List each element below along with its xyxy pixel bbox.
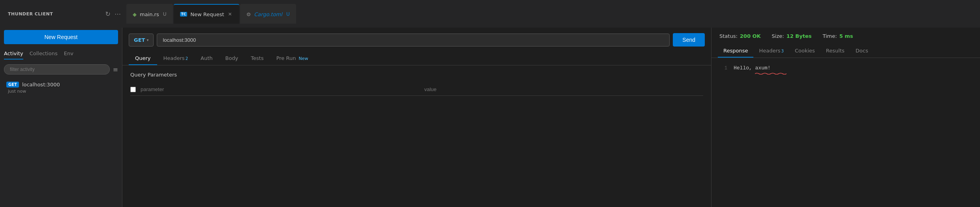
app-title: THUNDER CLIENT [8,11,53,17]
method-selector[interactable]: GET ▾ [129,34,154,47]
refresh-icon[interactable]: ↻ [105,10,111,18]
new-request-button[interactable]: New Request [4,30,118,44]
size-label: Size: [772,33,784,39]
param-row [130,83,703,96]
tab-modified-main-rs: U [163,11,167,17]
url-input[interactable] [157,34,670,47]
req-tab-headers[interactable]: Headers2 [157,52,194,65]
resp-tab-results[interactable]: Results [820,45,850,58]
size-value: 12 Bytes [787,33,812,39]
param-value-input[interactable] [424,86,704,92]
response-text: Hello, axum! [734,64,771,73]
query-section: Query Parameters [122,65,711,102]
method-label: GET [134,37,145,43]
tab-bar: THUNDER CLIENT ↻ ⋯ ◆ main.rs U TC New Re… [0,0,980,28]
param-checkbox[interactable] [130,87,136,92]
sidebar-tab-collections[interactable]: Collections [30,48,58,60]
activity-item-header: GET localhost:3000 [6,82,116,88]
time-value: 5 ms [839,33,853,39]
tab-main-rs[interactable]: ◆ main.rs U [126,4,173,24]
tab-icon-new-request: TC [180,12,188,17]
response-panel: Status: 200 OK Size: 12 Bytes Time: 5 ms… [712,28,980,207]
time-label: Time: [822,33,837,39]
tab-cargo-toml[interactable]: ⚙ Cargo.toml U [240,4,296,24]
tab-close-new-request[interactable]: ✕ [227,11,233,18]
tab-label-main-rs: main.rs [140,11,159,17]
sidebar-nav: Activity Collections Env [0,48,122,60]
filter-area: ≡ [0,61,122,78]
status-label: Status: [719,33,738,39]
activity-time: just now [6,89,116,94]
response-line: 1 Hello, axum! [719,64,972,73]
resp-tab-docs[interactable]: Docs [850,45,874,58]
filter-input-wrapper [4,64,110,75]
tab-icon-main-rs: ◆ [133,11,137,17]
method-badge: GET [6,82,19,88]
status-value: 200 OK [740,33,761,39]
resp-tab-response[interactable]: Response [718,45,753,58]
chevron-down-icon: ▾ [146,38,148,42]
tab-icon-cargo-toml: ⚙ [246,11,251,17]
req-tab-prerun[interactable]: Pre Run New [270,52,315,65]
main-layout: New Request Activity Collections Env ≡ G… [0,28,980,207]
tab-label-cargo-toml: Cargo.toml [254,11,282,17]
activity-item[interactable]: GET localhost:3000 just now [2,78,120,97]
resp-tab-cookies[interactable]: Cookies [789,45,820,58]
req-tab-tests[interactable]: Tests [244,52,270,65]
response-tabs: Response Headers3 Cookies Results Docs [712,45,980,58]
response-status-bar: Status: 200 OK Size: 12 Bytes Time: 5 ms [712,28,980,45]
time-item: Time: 5 ms [822,33,853,39]
tab-label-new-request: New Request [190,11,224,17]
tab-modified-cargo-toml: U [286,11,290,17]
req-tab-auth[interactable]: Auth [194,52,219,65]
response-body: 1 Hello, axum! [712,58,980,207]
filter-input[interactable] [4,64,110,75]
activity-url: localhost:3000 [22,82,60,88]
status-item: Status: 200 OK [719,33,761,39]
sidebar-tab-env[interactable]: Env [64,48,73,60]
squiggly-underline [755,72,787,75]
param-input[interactable] [141,86,420,92]
filter-menu-icon[interactable]: ≡ [113,66,118,73]
line-number: 1 [719,64,727,72]
activity-list: GET localhost:3000 just now [0,78,122,98]
sidebar: New Request Activity Collections Env ≡ G… [0,28,122,207]
size-item: Size: 12 Bytes [772,33,812,39]
tab-new-request[interactable]: TC New Request ✕ [174,4,239,24]
req-tab-query[interactable]: Query [129,52,157,65]
send-button[interactable]: Send [673,33,705,47]
request-tabs: Query Headers2 Auth Body Tests Pre Run N… [122,52,711,65]
query-section-title: Query Parameters [130,72,703,78]
url-bar: GET ▾ Send [122,28,711,52]
more-icon[interactable]: ⋯ [115,10,121,18]
sidebar-tab-activity[interactable]: Activity [4,48,23,60]
resp-tab-headers[interactable]: Headers3 [753,45,789,58]
request-panel: GET ▾ Send Query Headers2 Auth Body Test… [122,28,712,207]
req-tab-body[interactable]: Body [219,52,244,65]
